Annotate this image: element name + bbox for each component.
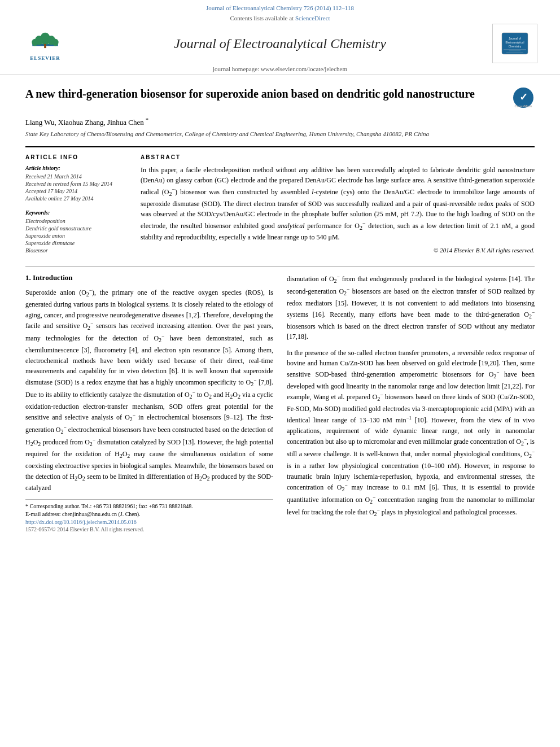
footnote-area: * Corresponding author. Tel.: +86 731 88…: [25, 499, 273, 532]
available-date: Available online 27 May 2014: [25, 195, 127, 202]
journal-main-title: Journal of Electroanalytical Chemistry: [79, 36, 481, 51]
sciencedirect-link[interactable]: ScienceDirect: [295, 15, 330, 21]
keywords-section: Keywords: Electrodeposition Dendritic go…: [25, 209, 127, 254]
svg-point-5: [53, 39, 59, 46]
journal-title-block: ELSEVIER Journal of Electroanalytical Ch…: [23, 24, 537, 63]
keyword-3: Superoxide anion: [25, 233, 127, 239]
keyword-2: Dendritic gold nanostructure: [25, 225, 127, 231]
keywords-label: Keywords:: [25, 209, 127, 216]
elsevier-label: ELSEVIER: [30, 55, 60, 61]
authors: Liang Wu, Xiaohua Zhang, Jinhua Chen *: [25, 117, 535, 127]
article-content: A new third-generation biosensor for sup…: [0, 75, 560, 544]
homepage-text: journal homepage: www.elsevier.com/locat…: [213, 65, 347, 72]
affiliation: State Key Laboratory of Chemo/Biosensing…: [25, 130, 535, 137]
elsevier-logo: ELSEVIER: [23, 26, 68, 61]
page: Journal of Electroanalytical Chemistry 7…: [0, 0, 560, 747]
intro-paragraph-2: dismutation of O2− from that endogenousl…: [287, 273, 535, 342]
intro-paragraph-1: Superoxide anion (O2−), the primary one …: [25, 287, 273, 493]
homepage-line: journal homepage: www.elsevier.com/locat…: [23, 65, 537, 72]
article-title-block: A new third-generation biosensor for sup…: [25, 86, 535, 109]
journal-header: Journal of Electroanalytical Chemistry 7…: [0, 0, 560, 75]
authors-text: Liang Wu, Xiaohua Zhang, Jinhua Chen *: [25, 118, 148, 126]
keyword-5: Biosensor: [25, 247, 127, 254]
abstract-heading: ABSTRACT: [141, 154, 535, 160]
sciencedirect-text: Contents lists available at: [230, 15, 294, 21]
copyright-footer: 1572-6657/© 2014 Elsevier B.V. All right…: [25, 526, 273, 532]
svg-point-4: [32, 39, 38, 46]
intro-number: 1. Introduction: [25, 273, 73, 282]
right-column: ABSTRACT In this paper, a facile electro…: [141, 154, 535, 255]
svg-text:CrossMark: CrossMark: [514, 104, 532, 108]
footnote-email: E-mail address: chenjinhua@hnu.edu.cn (J…: [25, 511, 273, 517]
journal-logo-icon: Journal of Electroanalytical Chemistry: [501, 32, 529, 55]
body-left: 1. Introduction Superoxide anion (O2−), …: [25, 273, 273, 532]
journal-logo-right: Journal of Electroanalytical Chemistry: [492, 24, 537, 63]
svg-text:✓: ✓: [519, 91, 528, 103]
elsevier-tree-icon: [28, 26, 62, 54]
revised-date: Received in revised form 15 May 2014: [25, 181, 127, 187]
doi-link-1[interactable]: http://dx.doi.org/10.1016/j.jelechem.201…: [25, 519, 273, 525]
article-title: A new third-generation biosensor for sup…: [25, 86, 506, 101]
abstract-text: In this paper, a facile electrodepositio…: [141, 165, 535, 242]
body-two-col: 1. Introduction Superoxide anion (O2−), …: [25, 273, 535, 532]
crossmark-icon: ✓ CrossMark: [512, 86, 535, 109]
body-right: dismutation of O2− from that endogenousl…: [287, 273, 535, 532]
body-content: 1. Introduction Superoxide anion (O2−), …: [25, 266, 535, 532]
keyword-1: Electrodeposition: [25, 218, 127, 224]
svg-rect-6: [44, 44, 46, 48]
svg-text:Chemistry: Chemistry: [509, 45, 522, 48]
footnote-star: * Corresponding author. Tel.: +86 731 88…: [25, 503, 273, 509]
article-info-abstract: ARTICLE INFO Article history: Received 2…: [25, 146, 535, 255]
keyword-4: Superoxide dismutase: [25, 240, 127, 246]
intro-heading: 1. Introduction: [25, 273, 273, 282]
sciencedirect-bar: Contents lists available at ScienceDirec…: [23, 15, 537, 21]
article-info-heading: ARTICLE INFO: [25, 154, 127, 160]
article-history-label: Article history:: [25, 165, 127, 171]
svg-text:Electroanalytical: Electroanalytical: [506, 41, 524, 44]
left-column: ARTICLE INFO Article history: Received 2…: [25, 154, 127, 255]
accepted-date: Accepted 17 May 2014: [25, 188, 127, 194]
received-date: Received 21 March 2014: [25, 173, 127, 180]
svg-text:Journal of: Journal of: [509, 37, 522, 40]
intro-paragraph-3: In the presence of the so-called electro…: [287, 348, 535, 519]
crossmark-logo[interactable]: ✓ CrossMark: [512, 86, 535, 109]
abstract-copyright: © 2014 Elsevier B.V. All rights reserved…: [141, 247, 535, 254]
journal-ref: Journal of Electroanalytical Chemistry 7…: [23, 5, 537, 11]
